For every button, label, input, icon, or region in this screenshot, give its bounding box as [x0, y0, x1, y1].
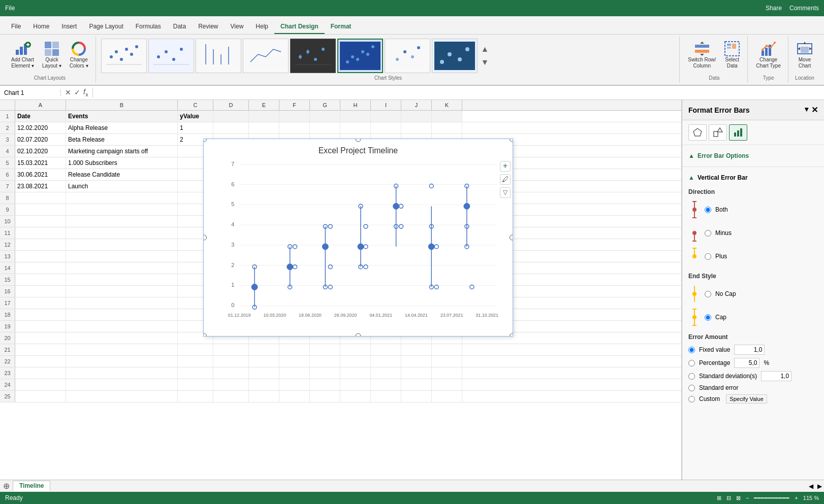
name-box[interactable]: Chart 1 [0, 89, 61, 96]
cell[interactable] [340, 239, 371, 250]
cell[interactable] [340, 344, 371, 355]
cell[interactable] [213, 192, 249, 204]
cell[interactable] [371, 204, 401, 215]
col-header-f[interactable]: F [279, 100, 310, 110]
cell[interactable] [340, 122, 371, 133]
cell[interactable] [401, 332, 432, 344]
zoom-out-icon[interactable]: − [746, 495, 749, 501]
cell[interactable] [249, 111, 279, 122]
cell[interactable] [15, 321, 66, 332]
cell[interactable] [401, 181, 432, 192]
cell[interactable]: 2 [178, 134, 213, 145]
cell[interactable] [401, 344, 432, 355]
cell[interactable] [178, 251, 213, 262]
cell[interactable] [310, 321, 340, 332]
cell[interactable] [310, 262, 340, 274]
error-stddev-input[interactable] [761, 371, 791, 381]
switch-row-column-button[interactable]: Switch Row/Column [685, 39, 719, 71]
cell[interactable] [432, 239, 462, 250]
cell[interactable] [213, 239, 249, 250]
specify-value-button[interactable]: Specify Value [726, 394, 767, 404]
col-header-a[interactable]: A [15, 100, 66, 110]
cell[interactable] [340, 321, 371, 332]
cell[interactable] [371, 227, 401, 239]
cell[interactable] [279, 157, 310, 169]
cell[interactable] [310, 286, 340, 297]
cell[interactable] [279, 111, 310, 122]
cell[interactable] [66, 192, 178, 204]
cell[interactable] [249, 134, 279, 145]
cell[interactable] [401, 157, 432, 169]
cell[interactable] [249, 204, 279, 215]
cell[interactable] [213, 321, 249, 332]
cell[interactable] [15, 379, 66, 390]
cell[interactable] [15, 204, 66, 215]
cell[interactable] [432, 344, 462, 355]
cell[interactable] [432, 227, 462, 239]
end-style-nocap-radio[interactable] [705, 291, 711, 297]
cell[interactable] [279, 321, 310, 332]
cell[interactable]: Alpha Release [66, 122, 178, 133]
error-fixed-input[interactable] [734, 345, 765, 355]
direction-minus-radio[interactable] [705, 230, 711, 237]
cell[interactable] [401, 367, 432, 379]
cell[interactable] [401, 297, 432, 309]
cell[interactable] [249, 262, 279, 274]
cell[interactable] [432, 111, 462, 122]
cell[interactable] [432, 251, 462, 262]
col-header-k[interactable]: K [432, 100, 462, 110]
cell[interactable] [310, 239, 340, 250]
cell[interactable] [401, 169, 432, 180]
cell[interactable]: Release Candidate [66, 169, 178, 180]
cell[interactable]: 1.000 Subscribers [66, 157, 178, 169]
cell[interactable] [401, 251, 432, 262]
col-header-d[interactable]: D [213, 100, 249, 110]
col-header-c[interactable]: C [178, 100, 213, 110]
cell[interactable] [340, 134, 371, 145]
cell[interactable] [178, 146, 213, 157]
cell[interactable] [15, 216, 66, 227]
cell[interactable] [340, 216, 371, 227]
cell[interactable] [432, 356, 462, 367]
cell[interactable]: Events [66, 111, 178, 122]
cell[interactable] [432, 309, 462, 320]
chart-styles-down[interactable]: ▼ [480, 57, 490, 68]
tab-page-layout[interactable]: Page Layout [83, 20, 129, 34]
cell[interactable] [66, 297, 178, 309]
cell[interactable] [310, 309, 340, 320]
cell[interactable] [401, 309, 432, 320]
cell[interactable] [15, 274, 66, 285]
error-percentage-radio[interactable] [688, 360, 695, 366]
quick-layout-button[interactable]: QuickLayout ▾ [39, 39, 65, 71]
tab-file[interactable]: File [5, 20, 27, 34]
cell[interactable] [178, 356, 213, 367]
cell[interactable] [213, 227, 249, 239]
sheet-tab-timeline[interactable]: Timeline [13, 481, 50, 491]
cell[interactable] [279, 356, 310, 367]
cell[interactable] [213, 344, 249, 355]
cell[interactable] [178, 239, 213, 250]
cell[interactable] [213, 204, 249, 215]
cell[interactable] [310, 204, 340, 215]
cell[interactable] [213, 332, 249, 344]
cell[interactable] [279, 309, 310, 320]
cell[interactable] [249, 146, 279, 157]
cell[interactable] [401, 204, 432, 215]
confirm-icon[interactable]: ✓ [74, 88, 80, 96]
cell[interactable] [15, 356, 66, 367]
formula-input[interactable] [93, 89, 824, 96]
cell[interactable] [401, 262, 432, 274]
cell[interactable] [66, 204, 178, 215]
cell[interactable] [249, 239, 279, 250]
cell[interactable] [432, 321, 462, 332]
col-header-e[interactable]: E [249, 100, 279, 110]
cell[interactable] [178, 192, 213, 204]
cell[interactable] [340, 297, 371, 309]
cell[interactable] [401, 122, 432, 133]
cell[interactable] [15, 367, 66, 379]
cell[interactable] [401, 111, 432, 122]
cell[interactable] [310, 251, 340, 262]
cell[interactable] [213, 146, 249, 157]
cell[interactable] [279, 297, 310, 309]
cell[interactable] [279, 216, 310, 227]
